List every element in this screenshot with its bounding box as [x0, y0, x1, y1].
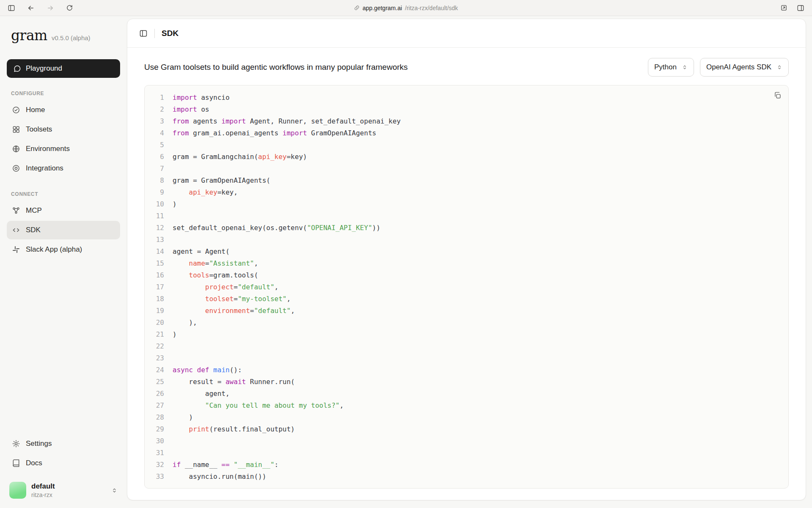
- line-number: 21: [145, 330, 164, 338]
- line-number: 23: [145, 354, 164, 362]
- line-number: 20: [145, 319, 164, 327]
- url-host: app.getgram.ai: [362, 5, 402, 11]
- reload-icon[interactable]: [66, 4, 73, 11]
- playground-button[interactable]: Playground: [7, 59, 120, 78]
- sidebar-item-home[interactable]: Home: [7, 101, 120, 119]
- sidebar-item-label: Integrations: [26, 164, 63, 173]
- code-text: agent = Agent(: [164, 247, 230, 255]
- code-line: 11: [145, 210, 788, 222]
- sidebar-item-mcp[interactable]: MCP: [7, 201, 120, 220]
- line-number: 16: [145, 271, 164, 279]
- address-bar[interactable]: app.getgram.ai/ritza-rzx/default/sdk: [354, 5, 458, 11]
- header-divider: [154, 29, 155, 38]
- chevron-up-down-icon: [111, 487, 118, 494]
- code-line: 10): [145, 198, 788, 210]
- code-text: agent,: [164, 390, 230, 398]
- line-number: 27: [145, 401, 164, 409]
- forward-arrow-icon[interactable]: [47, 4, 54, 12]
- line-number: 3: [145, 117, 164, 125]
- code-text: api_key=key,: [164, 188, 238, 196]
- sidebar-toggle-icon[interactable]: [8, 4, 15, 12]
- code-line: 24async def main():: [145, 364, 788, 376]
- code-text: result = await Runner.run(: [164, 378, 295, 386]
- sidebar-item-settings[interactable]: Settings: [7, 434, 120, 453]
- panel-toggle-icon[interactable]: [139, 29, 148, 38]
- line-number: 6: [145, 153, 164, 161]
- line-number: 29: [145, 425, 164, 433]
- code-line: 6gram = GramLangchain(api_key=key): [145, 151, 788, 162]
- toolsets-icon: [12, 125, 20, 134]
- logo-row: gram v0.5.0 (alpha): [7, 27, 120, 46]
- code-text: async def main():: [164, 366, 242, 374]
- workspace-switcher[interactable]: default ritza-rzx: [7, 479, 120, 501]
- code-line: 7: [145, 162, 788, 174]
- workspace-meta: default ritza-rzx: [31, 482, 55, 498]
- sidebar-item-label: Slack App (alpha): [26, 245, 82, 254]
- framework-dropdown-value: OpenAI Agents SDK: [706, 63, 771, 71]
- code-line: 17 project="default",: [145, 281, 788, 293]
- sidebar-item-docs[interactable]: Docs: [7, 454, 120, 472]
- subtitle-row: Use Gram toolsets to build agentic workf…: [144, 58, 789, 77]
- browser-right-controls: [780, 4, 804, 12]
- browser-nav-controls: [8, 4, 73, 12]
- line-number: 22: [145, 342, 164, 350]
- back-arrow-icon[interactable]: [27, 4, 35, 12]
- dropdown-group: Python OpenAI Agents SDK: [648, 58, 789, 77]
- card-body: Use Gram toolsets to build agentic workf…: [127, 48, 806, 500]
- globe-icon: [12, 145, 20, 153]
- chevron-up-down-icon: [776, 64, 782, 70]
- gram-logo: gram: [11, 27, 47, 44]
- line-number: 9: [145, 188, 164, 196]
- code-line: 12set_default_openai_key(os.getenv("OPEN…: [145, 222, 788, 233]
- sidebar-item-environments[interactable]: Environments: [7, 140, 120, 158]
- chat-bubble-icon: [13, 65, 21, 73]
- panel-right-icon[interactable]: [797, 4, 804, 12]
- sidebar-item-sdk[interactable]: SDK: [7, 221, 120, 239]
- code-text: ): [164, 330, 177, 338]
- line-number: 4: [145, 129, 164, 137]
- link-icon: [354, 5, 359, 11]
- sidebar-item-label: Toolsets: [26, 125, 52, 134]
- code-line: 4from gram_ai.openai_agents import GramO…: [145, 127, 788, 139]
- share-icon[interactable]: [780, 4, 787, 11]
- code-line: 21): [145, 328, 788, 340]
- mcp-icon: [12, 206, 20, 215]
- line-number: 31: [145, 449, 164, 457]
- language-dropdown[interactable]: Python: [648, 58, 694, 77]
- sidebar-item-integrations[interactable]: Integrations: [7, 159, 120, 178]
- line-number: 8: [145, 176, 164, 184]
- code-text: from gram_ai.openai_agents import GramOp…: [164, 129, 376, 137]
- line-number: 18: [145, 295, 164, 303]
- code-line: 29 print(result.final_output): [145, 423, 788, 435]
- version-label: v0.5.0 (alpha): [52, 34, 91, 41]
- sidebar: gram v0.5.0 (alpha) Playground CONFIGURE…: [0, 16, 127, 508]
- slack-icon: [12, 245, 20, 254]
- code-line: 18 toolset="my-toolset",: [145, 293, 788, 305]
- code-text: print(result.final_output): [164, 425, 295, 433]
- code-line: 23: [145, 352, 788, 364]
- line-number: 30: [145, 437, 164, 445]
- sidebar-item-slack-app[interactable]: Slack App (alpha): [7, 240, 120, 259]
- code-text: gram = GramLangchain(api_key=key): [164, 153, 307, 161]
- page-title: SDK: [162, 29, 178, 38]
- line-number: 19: [145, 307, 164, 315]
- section-label-connect: CONNECT: [11, 191, 116, 197]
- card-header: SDK: [127, 19, 806, 48]
- code-line: 8gram = GramOpenAIAgents(: [145, 174, 788, 186]
- framework-dropdown[interactable]: OpenAI Agents SDK: [700, 58, 789, 77]
- code-text: environment="default",: [164, 307, 295, 315]
- sidebar-spacer: [7, 260, 120, 434]
- code-line: 31: [145, 447, 788, 459]
- code-text: ),: [164, 319, 197, 327]
- sidebar-item-label: Environments: [26, 145, 70, 153]
- line-number: 7: [145, 165, 164, 173]
- code-line: 30: [145, 435, 788, 447]
- sidebar-item-toolsets[interactable]: Toolsets: [7, 120, 120, 139]
- code-text: from agents import Agent, Runner, set_de…: [164, 117, 401, 125]
- line-number: 25: [145, 378, 164, 386]
- code-line: 33 asyncio.run(main()): [145, 470, 788, 482]
- copy-icon[interactable]: [774, 91, 782, 99]
- code-line: 5: [145, 139, 788, 151]
- code-line: 2import os: [145, 103, 788, 115]
- code-text: tools=gram.tools(: [164, 271, 258, 279]
